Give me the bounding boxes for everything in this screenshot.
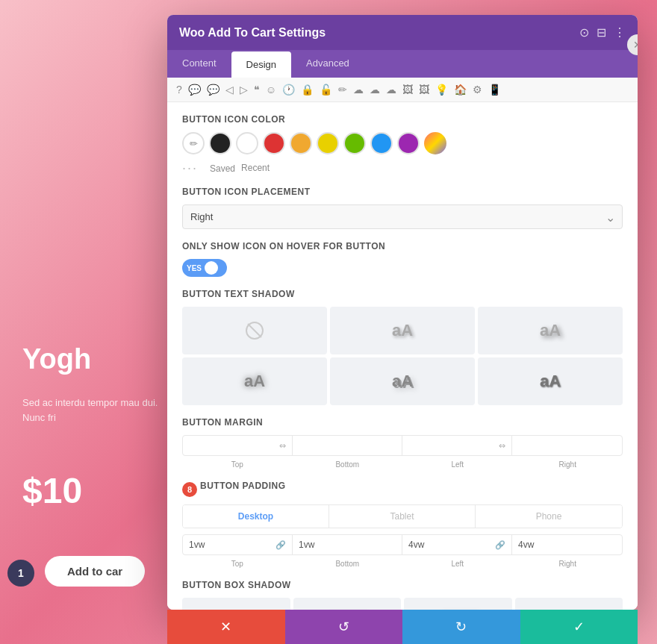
cloud1-icon[interactable]: ☁: [353, 84, 364, 96]
box-shadow-option-3[interactable]: [515, 598, 623, 610]
margin-left-cell: ⇔: [402, 436, 512, 455]
undo-button[interactable]: ↺: [285, 610, 403, 644]
layout-icon[interactable]: ⊟: [597, 25, 606, 40]
device-tabs: Desktop Tablet Phone: [182, 504, 623, 528]
image-icon[interactable]: 🖼: [402, 84, 413, 96]
margin-bottom-input[interactable]: [299, 440, 396, 451]
pencil-icon[interactable]: ✏: [338, 84, 347, 96]
margin-top-input[interactable]: [189, 440, 276, 451]
gear-icon[interactable]: ⚙: [473, 84, 482, 96]
clock-icon[interactable]: 🕐: [282, 84, 295, 96]
color-green[interactable]: [343, 132, 366, 154]
prev-icon[interactable]: ◁: [225, 84, 234, 96]
padding-bottom-input[interactable]: [299, 540, 396, 550]
padding-left-input[interactable]: [408, 540, 492, 550]
box-shadow-none[interactable]: [182, 598, 290, 610]
padding-right-label: Right: [513, 558, 623, 569]
color-tab-recent[interactable]: Recent: [241, 163, 270, 173]
color-red[interactable]: [263, 132, 285, 154]
padding-right-cell: [512, 535, 622, 554]
margin-right-label: Right: [513, 459, 623, 470]
box-shadow-option-1[interactable]: [293, 598, 402, 610]
padding-labels: Top Bottom Left Right: [182, 558, 623, 569]
color-purple[interactable]: [397, 132, 420, 154]
margin-top-label: Top: [182, 459, 293, 470]
mobile-icon[interactable]: 📱: [488, 84, 501, 96]
next-icon[interactable]: ▷: [240, 84, 248, 96]
padding-top-link-icon: 🔗: [275, 540, 286, 550]
header-icons: ⊙ ⊟ ⋮: [579, 25, 626, 40]
padding-inputs: 🔗 🔗: [182, 534, 623, 555]
placement-select[interactable]: Left Right: [182, 204, 623, 229]
image2-icon[interactable]: 🖼: [419, 84, 429, 96]
padding-bottom-label: Bottom: [293, 558, 403, 569]
emoji-icon[interactable]: ☺: [266, 84, 276, 96]
shadow-option-1[interactable]: aA: [330, 307, 475, 354]
toggle-knob: [205, 261, 218, 275]
bulb-icon[interactable]: 💡: [435, 84, 448, 96]
cancel-button[interactable]: ✕: [167, 610, 285, 644]
icon-toolbar: ? 💬 💬 ◁ ▷ ❝ ☺ 🕐 🔒 🔓 ✏ ☁ ☁ ☁ 🖼 🖼 💡 🏠 ⚙ 📱: [167, 78, 638, 102]
modal-header: Woo Add To Cart Settings ⊙ ⊟ ⋮: [167, 15, 638, 50]
lock-icon[interactable]: 🔒: [301, 84, 314, 96]
cloud3-icon[interactable]: ☁: [386, 84, 396, 96]
margin-bottom-cell: [293, 436, 402, 455]
shadow-none[interactable]: [182, 307, 327, 354]
margin-right-input[interactable]: [518, 440, 616, 451]
shadow-option-4[interactable]: aA: [330, 357, 475, 405]
color-gradient[interactable]: [424, 132, 446, 154]
color-yellow[interactable]: [317, 132, 339, 154]
placement-label: Button Icon Placement: [182, 187, 623, 197]
lock2-icon[interactable]: 🔓: [320, 84, 332, 96]
button-icon-color-label: Button Icon Color: [182, 114, 623, 125]
color-tab-saved[interactable]: Saved: [210, 161, 235, 175]
color-orange[interactable]: [290, 132, 312, 154]
shadow-option-5[interactable]: aA: [478, 357, 623, 405]
save-button[interactable]: ✓: [520, 610, 638, 644]
padding-left-cell: 🔗: [402, 535, 512, 554]
page-price: $10: [22, 470, 82, 511]
tab-desktop[interactable]: Desktop: [183, 505, 329, 528]
padding-left-link-icon: 🔗: [495, 540, 505, 550]
margin-left-input[interactable]: [408, 440, 496, 451]
tab-advanced[interactable]: Advanced: [291, 50, 364, 78]
margin-labels: Top Bottom Left Right: [182, 459, 623, 470]
more-colors-dots[interactable]: ···: [182, 160, 198, 176]
more-icon[interactable]: ⋮: [614, 25, 626, 40]
tab-tablet[interactable]: Tablet: [329, 505, 476, 528]
shadow-option-2[interactable]: aA: [478, 307, 623, 354]
modal-body: Button Icon Color ✏ ··· Saved Recent But…: [167, 102, 638, 610]
padding-top-input[interactable]: [189, 540, 273, 550]
page-subtext: Sed ac interdu tempor mau dui. Nunc fri: [22, 396, 179, 425]
quote-icon[interactable]: ❝: [254, 84, 260, 96]
margin-top-link-icon: ⇔: [279, 441, 286, 451]
cart-badge: 1: [7, 560, 34, 587]
tab-design[interactable]: Design: [231, 51, 291, 78]
svg-line-1: [248, 324, 261, 337]
color-white[interactable]: [236, 132, 258, 154]
color-picker-button[interactable]: ✏: [182, 132, 205, 154]
redo-button[interactable]: ↻: [402, 610, 520, 644]
box-shadow-option-2[interactable]: [404, 598, 512, 610]
padding-top-label: Top: [182, 558, 293, 569]
home-icon[interactable]: 🏠: [454, 84, 467, 96]
color-black[interactable]: [209, 132, 231, 154]
chat2-icon[interactable]: 💬: [207, 84, 219, 96]
padding-right-input[interactable]: [518, 540, 616, 550]
add-to-cart-button[interactable]: Add to car: [45, 556, 145, 587]
shadow-option-3[interactable]: aA: [182, 357, 327, 405]
box-shadow-label: Button Box Shadow: [182, 580, 623, 590]
bottom-bar: ✕ ↺ ↻ ✓: [167, 610, 638, 644]
tab-phone[interactable]: Phone: [476, 505, 622, 528]
hover-toggle[interactable]: YES: [182, 259, 227, 277]
page-heading: Yogh: [22, 343, 91, 375]
tab-content[interactable]: Content: [167, 50, 231, 78]
color-blue[interactable]: [370, 132, 393, 154]
help-icon[interactable]: ?: [176, 84, 182, 96]
cloud2-icon[interactable]: ☁: [370, 84, 380, 96]
preview-icon[interactable]: ⊙: [579, 25, 589, 40]
padding-bottom-cell: [293, 535, 402, 554]
chat-icon[interactable]: 💬: [188, 84, 201, 96]
placement-select-wrapper: Left Right: [182, 204, 623, 229]
margin-right-cell: [512, 436, 622, 455]
